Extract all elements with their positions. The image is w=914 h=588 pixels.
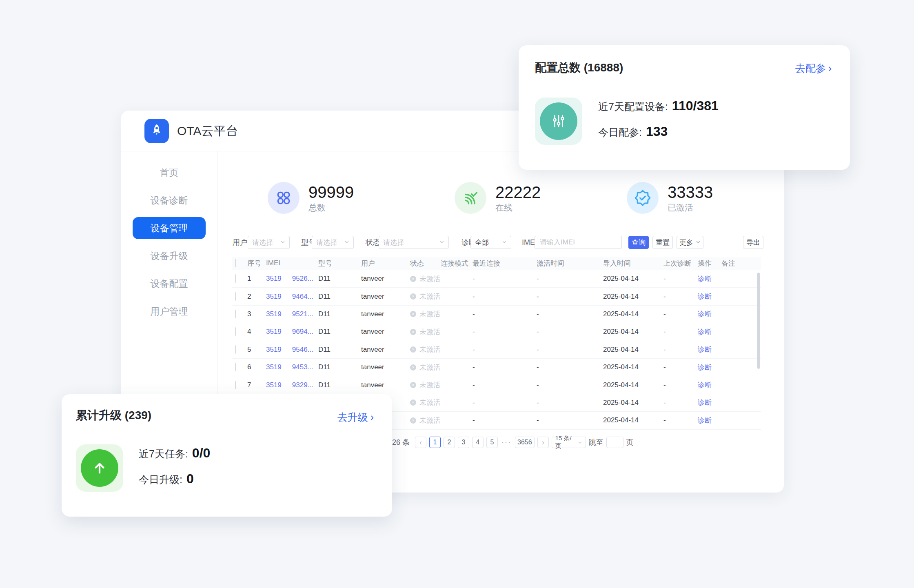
cell-last-diag: - — [663, 310, 698, 318]
last-page-button[interactable]: 3656 — [515, 437, 535, 448]
arrow-up-icon — [76, 444, 123, 492]
app-title: OTA云平台 — [177, 111, 238, 151]
filter-model-select[interactable]: 请选择 — [312, 236, 354, 249]
imei-link[interactable]: 9329... — [292, 381, 313, 389]
row-checkbox-cell — [232, 275, 247, 283]
cell-import-time: 2025-04-14 — [603, 328, 663, 336]
inactive-status-icon: × — [410, 293, 416, 300]
cell-activate-time: - — [537, 293, 603, 301]
inactive-status-icon: × — [410, 276, 416, 282]
row-checkbox[interactable] — [235, 292, 236, 301]
row-checkbox[interactable] — [235, 310, 236, 318]
cell-imei: 35199453... — [266, 363, 318, 371]
more-button[interactable]: 更多 — [677, 236, 703, 249]
chevron-down-icon — [439, 238, 444, 246]
jump-to-page-input[interactable] — [606, 437, 623, 448]
reset-button[interactable]: 重置 — [652, 236, 673, 249]
query-button[interactable]: 查询 — [628, 236, 649, 249]
cell-user: tanveer — [361, 293, 410, 301]
imei-link[interactable]: 3519 — [266, 346, 282, 353]
cell-model: D11 — [318, 275, 361, 283]
page-number-button[interactable]: 1 — [429, 437, 441, 448]
export-button[interactable]: 导出 — [743, 236, 763, 249]
imei-link[interactable]: 9526... — [292, 275, 313, 282]
row-checkbox-cell — [232, 310, 247, 318]
cell-serial: 4 — [247, 328, 266, 336]
filter-diagnosis-select[interactable]: 全部 — [470, 236, 511, 249]
cell-activate-time: - — [537, 363, 603, 371]
row-checkbox[interactable] — [235, 274, 236, 283]
cell-activate-time: - — [537, 310, 603, 318]
page-number-button[interactable]: 5 — [486, 437, 498, 448]
sidebar-item-user-management[interactable]: 用户管理 — [133, 300, 206, 322]
go-to-config-link[interactable]: 去配参 › — [795, 62, 832, 75]
status-text: 未激活 — [419, 345, 440, 354]
config-7day-line: 近7天配置设备: 110/381 — [598, 98, 719, 113]
diagnose-link[interactable]: 诊断 — [698, 364, 712, 371]
row-checkbox[interactable] — [235, 345, 236, 354]
next-page-button[interactable]: › — [537, 437, 549, 448]
cell-last-diag: - — [663, 363, 698, 371]
diagnose-link[interactable]: 诊断 — [698, 346, 712, 353]
imei-link[interactable]: 9453... — [292, 363, 313, 371]
cell-serial: 7 — [247, 381, 266, 389]
cell-last-conn: - — [473, 293, 537, 301]
cell-status: ×未激活 — [410, 380, 441, 390]
diagnose-link[interactable]: 诊断 — [698, 310, 712, 318]
sidebar-item-device-management[interactable]: 设备管理 — [133, 217, 206, 239]
imei-link[interactable]: 3519 — [266, 310, 282, 318]
imei-link[interactable]: 3519 — [266, 293, 282, 300]
diagnose-link[interactable]: 诊断 — [698, 293, 712, 300]
upgrade-summary-card: 累计升级 (239) 去升级 › 近7天任务: 0/0 今日升级: 0 — [62, 394, 392, 517]
cell-status: ×未激活 — [410, 398, 441, 407]
cell-import-time: 2025-04-14 — [603, 363, 663, 371]
diagnose-link[interactable]: 诊断 — [698, 417, 712, 424]
sidebar-item-device-config[interactable]: 设备配置 — [133, 273, 206, 295]
inactive-status-icon: × — [410, 382, 416, 388]
diagnose-link[interactable]: 诊断 — [698, 275, 712, 283]
row-checkbox-cell — [232, 346, 247, 354]
badge-check-icon — [627, 182, 659, 214]
cell-last-diag: - — [663, 416, 698, 424]
imei-link[interactable]: 3519 — [266, 328, 282, 335]
status-text: 未激活 — [419, 380, 440, 390]
diagnose-link[interactable]: 诊断 — [698, 328, 712, 336]
table-scrollbar-thumb[interactable] — [757, 273, 760, 369]
cell-action: 诊断 — [698, 292, 721, 301]
imei-link[interactable]: 9464... — [292, 293, 313, 300]
stat-activated: 33333 已激活 — [627, 182, 713, 214]
table-row: 335199521...D11tanveer×未激活--2025-04-14-诊… — [232, 306, 761, 323]
diagnose-link[interactable]: 诊断 — [698, 399, 712, 406]
sidebar-item-home[interactable]: 首页 — [133, 162, 206, 184]
page-number-button[interactable]: 3 — [458, 437, 469, 448]
page-size-select[interactable]: 15 条/页 — [552, 437, 586, 448]
page-number-button[interactable]: 2 — [444, 437, 455, 448]
row-checkbox[interactable] — [235, 363, 236, 371]
sidebar-item-device-upgrade[interactable]: 设备升级 — [133, 245, 206, 267]
imei-link[interactable]: 9521... — [292, 310, 313, 318]
imei-link[interactable]: 3519 — [266, 275, 282, 282]
imei-link[interactable]: 3519 — [266, 363, 282, 371]
sliders-icon — [535, 98, 582, 145]
filter-user-select[interactable]: 请选择 — [248, 236, 290, 249]
stat-activated-label: 已激活 — [668, 202, 713, 213]
filter-status-select[interactable]: 请选择 — [379, 236, 449, 249]
select-all-checkbox[interactable] — [235, 259, 236, 267]
column-header: 激活时间 — [537, 259, 603, 268]
imei-link[interactable]: 9694... — [292, 328, 313, 335]
imei-input[interactable] — [535, 236, 622, 249]
imei-link[interactable]: 3519 — [266, 381, 282, 389]
row-checkbox[interactable] — [235, 327, 236, 336]
cell-action: 诊断 — [698, 416, 721, 425]
prev-page-button[interactable]: ‹ — [415, 437, 426, 448]
go-to-upgrade-link[interactable]: 去升级 › — [337, 410, 374, 424]
diagnose-link[interactable]: 诊断 — [698, 381, 712, 389]
page-number-button[interactable]: 4 — [472, 437, 484, 448]
arrow-right-icon: › — [828, 62, 832, 74]
row-checkbox[interactable] — [235, 381, 236, 389]
sidebar-item-device-diagnosis[interactable]: 设备诊断 — [133, 189, 206, 211]
cell-last-diag: - — [663, 399, 698, 407]
imei-link[interactable]: 9546... — [292, 346, 313, 353]
cell-user: tanveer — [361, 381, 410, 389]
config-today-value: 133 — [646, 124, 668, 139]
